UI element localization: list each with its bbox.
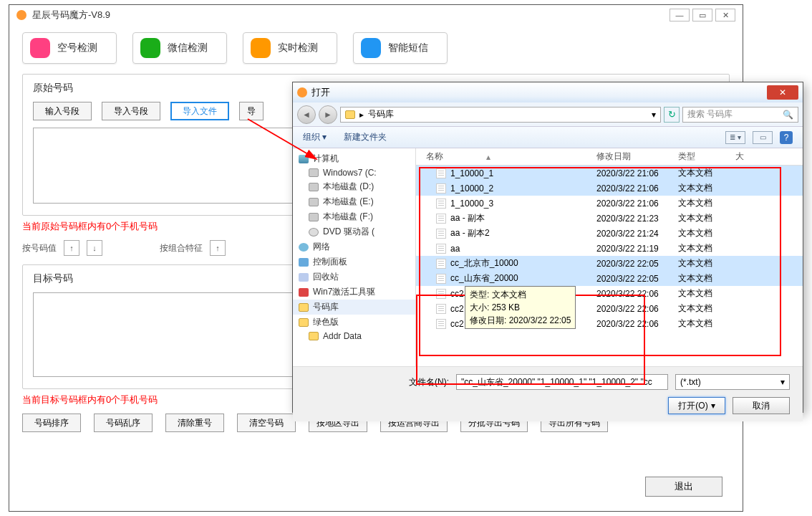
folder-tree[interactable]: 计算机Windows7 (C:本地磁盘 (D:)本地磁盘 (E:)本地磁盘 (F… [293, 148, 416, 366]
btn-input-segment[interactable]: 输入号段 [33, 102, 92, 120]
folder-icon [345, 110, 355, 119]
wechat-icon [140, 38, 160, 58]
combo-up-button[interactable]: ↑ [210, 240, 226, 256]
minimize-button[interactable]: — [670, 9, 690, 22]
tree-item[interactable]: Addr Data [293, 330, 415, 343]
btn-wechat-check[interactable]: 微信检测 [132, 32, 227, 64]
tree-item-icon [299, 318, 309, 327]
btn-import-file[interactable]: 导入文件 [170, 102, 229, 120]
maximize-button[interactable]: ▭ [692, 9, 712, 22]
tree-item[interactable]: Win7激活工具驱 [293, 285, 415, 300]
dialog-toolbar: 组织 ▾ 新建文件夹 ≣ ▾ ▭ ? [293, 127, 803, 148]
file-icon [436, 274, 446, 284]
tree-item-icon [299, 258, 309, 267]
file-icon [436, 259, 446, 269]
tree-item-icon [309, 168, 319, 177]
filename-label: 文件名(N): [409, 376, 449, 388]
file-icon [436, 168, 446, 178]
file-icon [436, 199, 446, 209]
help-icon[interactable]: ? [780, 131, 793, 144]
app-title: 星辰号码魔方-V8.9 [32, 9, 110, 22]
btn-realtime-check[interactable]: 实时检测 [243, 32, 337, 64]
file-row[interactable]: cc_山东省_200002020/3/22 22:05文本文档 [416, 271, 803, 286]
search-placeholder: 搜索 号码库 [687, 108, 733, 120]
tree-item[interactable]: DVD 驱动器 ( [293, 224, 415, 239]
list-header[interactable]: 名称▴ 修改日期 类型 大 [416, 148, 803, 166]
file-open-dialog: 打开 ✕ ◄ ► ▸ 号码库 ▾ ↻ 搜索 号码库 🔍 组织 ▾ 新建文件夹 ≣… [292, 82, 803, 413]
nav-fwd-button[interactable]: ► [319, 105, 337, 124]
sort-down-button[interactable]: ↓ [87, 240, 102, 256]
titlebar: 星辰号码魔方-V8.9 — ▭ ✕ [9, 5, 743, 25]
file-row[interactable]: 1_10000_32020/3/22 21:06文本文档 [416, 196, 803, 211]
btn-import-segment[interactable]: 导入号段 [102, 102, 160, 120]
file-icon [436, 304, 446, 314]
file-row[interactable]: cc_北京市_100002020/3/22 22:05文本文档 [416, 256, 803, 271]
file-row[interactable]: 1_10000_12020/3/22 21:06文本文档 [416, 166, 803, 181]
file-tooltip: 类型: 文本文档 大小: 253 KB 修改日期: 2020/3/22 22:0… [465, 286, 576, 329]
file-list: 名称▴ 修改日期 类型 大 1_10000_12020/3/22 21:06文本… [416, 148, 803, 366]
dialog-navbar: ◄ ► ▸ 号码库 ▾ ↻ 搜索 号码库 🔍 [293, 102, 803, 127]
col-size[interactable]: 大 [735, 148, 757, 165]
col-date[interactable]: 修改日期 [596, 148, 678, 165]
dialog-titlebar[interactable]: 打开 ✕ [293, 82, 803, 102]
cancel-button[interactable]: 取消 [733, 397, 790, 414]
tree-item-icon [309, 213, 319, 221]
tree-item-icon [309, 198, 319, 206]
file-row[interactable]: aa - 副本22020/3/22 21:24文本文档 [416, 226, 803, 241]
tree-item-icon [309, 332, 319, 340]
filename-input[interactable] [456, 374, 668, 390]
tree-item[interactable]: 本地磁盘 (E:) [293, 194, 415, 209]
file-icon [436, 289, 446, 299]
view-mode-button[interactable]: ≣ ▾ [725, 131, 745, 144]
file-row[interactable]: 1_10000_22020/3/22 21:06文本文档 [416, 181, 803, 196]
tree-item[interactable]: Windows7 (C: [293, 166, 415, 179]
sms-icon [361, 38, 381, 58]
btn-import-trunc[interactable]: 导 [239, 102, 264, 120]
nav-back-button[interactable]: ◄ [297, 105, 316, 124]
btn-clear[interactable]: 清空号码 [237, 414, 296, 432]
search-input[interactable]: 搜索 号码库 🔍 [682, 107, 798, 123]
tree-item-icon [299, 273, 309, 282]
label-by-combo: 按组合特征 [160, 242, 203, 254]
bubble-icon [30, 38, 50, 58]
breadcrumb: 号码库 [368, 108, 394, 120]
btn-shuffle[interactable]: 号码乱序 [94, 414, 153, 432]
tree-item[interactable]: 本地磁盘 (F:) [293, 209, 415, 224]
dialog-close-button[interactable]: ✕ [767, 85, 798, 100]
tree-item-icon [309, 183, 319, 191]
tree-item-icon [309, 228, 319, 236]
exit-button[interactable]: 退出 [645, 477, 722, 497]
file-icon [436, 319, 446, 329]
tree-item-icon [299, 243, 309, 252]
btn-dedupe[interactable]: 清除重号 [165, 414, 224, 432]
organize-menu[interactable]: 组织 ▾ [303, 131, 327, 143]
col-type[interactable]: 类型 [678, 148, 735, 165]
tree-item[interactable]: 控制面板 [293, 254, 415, 269]
refresh-button[interactable]: ↻ [664, 107, 680, 123]
file-row[interactable]: aa - 副本2020/3/22 21:23文本文档 [416, 211, 803, 226]
open-button[interactable]: 打开(O)▾ [668, 397, 725, 414]
app-icon [16, 10, 26, 20]
sort-up-button[interactable]: ↑ [64, 240, 79, 256]
file-icon [436, 214, 446, 224]
top-button-row: 空号检测 微信检测 实时检测 智能短信 [22, 32, 730, 64]
btn-sort[interactable]: 号码排序 [22, 414, 81, 432]
tree-item[interactable]: 回收站 [293, 269, 415, 285]
tree-item[interactable]: 绿色版 [293, 315, 415, 330]
clock-icon [251, 38, 271, 58]
close-button[interactable]: ✕ [715, 9, 735, 22]
tree-item[interactable]: 网络 [293, 239, 415, 254]
btn-empty-check[interactable]: 空号检测 [22, 32, 117, 64]
btn-smart-sms[interactable]: 智能短信 [353, 32, 448, 64]
tree-item[interactable]: 号码库 [293, 300, 415, 315]
tree-item-icon [299, 288, 309, 297]
new-folder-button[interactable]: 新建文件夹 [344, 131, 387, 143]
search-icon: 🔍 [783, 110, 793, 120]
col-name[interactable]: 名称▴ [416, 148, 596, 165]
filetype-filter[interactable]: (*.txt)▾ [675, 374, 790, 390]
file-row[interactable]: aa2020/3/22 21:19文本文档 [416, 241, 803, 256]
tree-item[interactable]: 计算机 [293, 151, 415, 166]
preview-pane-button[interactable]: ▭ [753, 131, 773, 144]
tree-item[interactable]: 本地磁盘 (D:) [293, 179, 415, 194]
address-bar[interactable]: ▸ 号码库 ▾ [340, 107, 661, 123]
